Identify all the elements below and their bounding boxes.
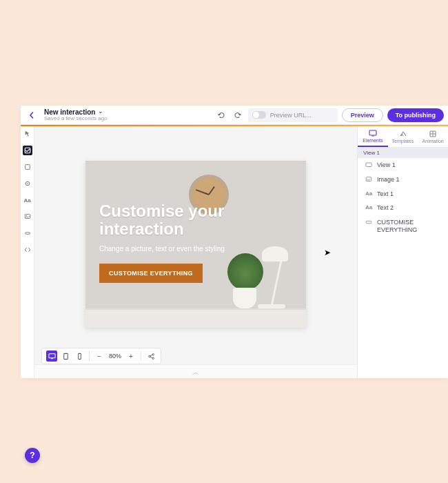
- editor-app: New interaction ⌄ Saved a few seconds ag…: [21, 106, 448, 378]
- interaction-title: New interaction: [44, 108, 95, 116]
- zoom-value: 80%: [108, 353, 123, 359]
- shelf-illustration: [85, 308, 306, 328]
- image-tool-icon[interactable]: [23, 212, 32, 221]
- component-tool-icon[interactable]: [23, 179, 32, 188]
- stage-overlay: Customise your interaction Change a pict…: [99, 202, 292, 283]
- preview-url-field[interactable]: Preview URL...: [248, 108, 338, 122]
- code-tool-icon[interactable]: [23, 245, 32, 255]
- layer-item-image[interactable]: Image 1: [358, 172, 448, 187]
- link-tool-icon[interactable]: [23, 228, 32, 238]
- canvas-viewport[interactable]: Customise your interaction Change a pict…: [34, 126, 357, 364]
- back-button[interactable]: [25, 108, 39, 122]
- right-panel: Elements Templates Animation View 1 View…: [357, 126, 448, 378]
- help-button[interactable]: ?: [25, 448, 40, 463]
- top-bar: New interaction ⌄ Saved a few seconds ag…: [21, 106, 448, 125]
- tab-animation[interactable]: Animation: [418, 126, 448, 147]
- tool-rail: Aa: [21, 126, 34, 378]
- text-icon: Aa: [365, 204, 373, 210]
- mouse-cursor-icon: ➤: [324, 248, 331, 257]
- title-block: New interaction ⌄ Saved a few seconds ag…: [44, 108, 108, 122]
- device-tablet-button[interactable]: [60, 351, 71, 362]
- right-panel-tabs: Elements Templates Animation: [358, 126, 448, 148]
- chevron-down-icon: ⌄: [98, 108, 103, 115]
- editor-body: Aa: [21, 126, 448, 378]
- tab-elements[interactable]: Elements: [358, 126, 388, 147]
- button-icon: [365, 219, 373, 226]
- share-button[interactable]: [145, 351, 156, 362]
- svg-rect-9: [63, 353, 68, 359]
- pot-illustration: [233, 288, 256, 308]
- image-icon: [365, 176, 373, 183]
- cursor-tool-icon[interactable]: [23, 129, 32, 139]
- svg-rect-14: [369, 130, 376, 135]
- select-tool-icon[interactable]: [23, 146, 32, 155]
- save-status: Saved a few seconds ago: [44, 116, 108, 122]
- publish-button[interactable]: To publishing: [387, 108, 444, 122]
- svg-rect-21: [366, 221, 371, 224]
- interaction-stage[interactable]: Customise your interaction Change a pict…: [85, 161, 306, 328]
- shape-tool-icon[interactable]: [23, 162, 32, 172]
- footer-expand-button[interactable]: ︿: [192, 368, 199, 377]
- svg-rect-6: [25, 233, 30, 235]
- view-header[interactable]: View 1: [358, 148, 448, 158]
- svg-rect-7: [48, 353, 54, 357]
- view-icon: [365, 161, 373, 168]
- canvas-column: Customise your interaction Change a pict…: [34, 126, 357, 378]
- svg-rect-19: [366, 163, 371, 166]
- device-desktop-button[interactable]: [46, 351, 57, 362]
- zoom-in-button[interactable]: +: [125, 351, 136, 362]
- layers-list: View 1 Image 1 Aa Text 1 Aa Text 2 CUSTO…: [358, 158, 448, 237]
- zoom-bar: − 80% +: [41, 348, 161, 364]
- text-tool-icon[interactable]: Aa: [23, 195, 32, 205]
- layer-item-button[interactable]: CUSTOMISE EVERYTHING: [358, 215, 448, 237]
- stage-cta-button[interactable]: CUSTOMISE EVERYTHING: [99, 264, 203, 283]
- layer-item-view[interactable]: View 1: [358, 158, 448, 172]
- title-dropdown[interactable]: New interaction ⌄: [44, 108, 108, 116]
- text-icon: Aa: [365, 190, 373, 197]
- preview-toggle[interactable]: [252, 111, 266, 119]
- layer-item-text-1[interactable]: Aa Text 1: [358, 187, 448, 201]
- svg-rect-15: [371, 136, 374, 137]
- svg-rect-1: [25, 165, 30, 170]
- svg-rect-18: [433, 131, 434, 137]
- device-mobile-button[interactable]: [74, 351, 85, 362]
- stage-subline[interactable]: Change a picture, text or even the styli…: [99, 245, 292, 253]
- stage-headline[interactable]: Customise your interaction: [99, 202, 292, 238]
- preview-url-placeholder: Preview URL...: [270, 112, 312, 119]
- redo-button[interactable]: [232, 109, 244, 121]
- svg-point-5: [26, 215, 27, 217]
- svg-rect-8: [51, 358, 53, 359]
- preview-button[interactable]: Preview: [342, 108, 383, 122]
- layer-item-text-2[interactable]: Aa Text 2: [358, 201, 448, 215]
- zoom-out-button[interactable]: −: [94, 351, 105, 362]
- tab-templates[interactable]: Templates: [388, 126, 418, 147]
- undo-button[interactable]: [215, 109, 227, 121]
- svg-point-3: [27, 183, 28, 184]
- canvas-footer: ︿: [34, 364, 357, 378]
- svg-rect-10: [78, 353, 81, 359]
